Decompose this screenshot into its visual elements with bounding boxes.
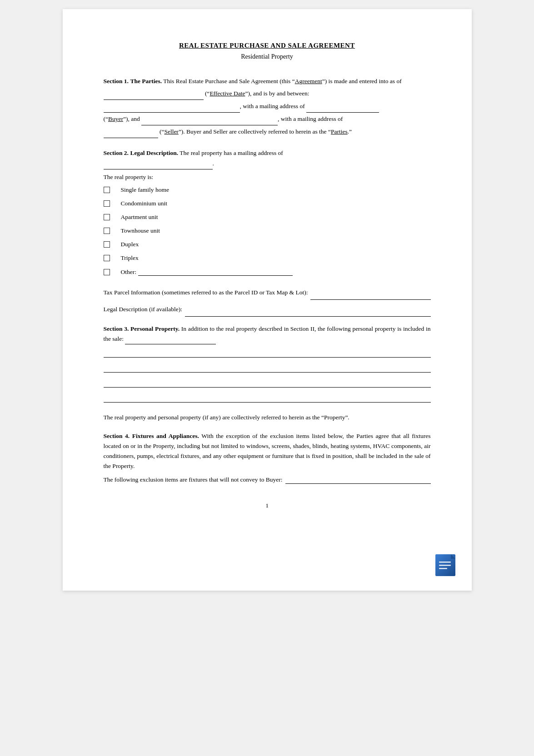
section-3: Section 3. Personal Property. In additio… — [104, 324, 431, 403]
checkbox-triplex[interactable] — [104, 255, 110, 261]
section4-heading-label: Fixtures and Appliances. — [132, 433, 199, 439]
checkbox-apartment[interactable] — [104, 214, 110, 220]
real-property-is-label: The real property is: — [104, 172, 431, 182]
effective-date-fill[interactable] — [104, 87, 204, 100]
section1-heading: Section 1. — [104, 78, 129, 85]
personal-property-line3[interactable] — [104, 379, 431, 388]
legal-description-label: Legal Description (if available): — [104, 303, 183, 316]
exclusion-row: The following exclusion items are fixtur… — [104, 476, 431, 484]
mailing-address-fill2[interactable] — [306, 100, 379, 113]
buyer-mailing-label: , with a mailing address of — [278, 115, 343, 122]
property-address-fill[interactable] — [104, 159, 213, 169]
logo-icon — [434, 553, 458, 577]
section4-heading: Section 4. — [104, 433, 130, 439]
property-type-single-family: Single family home — [104, 186, 431, 194]
section3-heading-label: Personal Property. — [130, 325, 180, 332]
buyer-label: (“Buyer”), and — [104, 115, 140, 122]
property-type-townhouse: Townhouse unit — [104, 227, 431, 234]
property-type-apartment: Apartment unit — [104, 214, 431, 221]
personal-property-fill-inline[interactable] — [125, 334, 216, 344]
label-other: Other: — [121, 269, 137, 276]
label-condo: Condominium unit — [121, 200, 167, 207]
property-type-other: Other: — [104, 268, 431, 276]
section-1: Section 1. The Parties. This Real Estate… — [104, 75, 431, 138]
checkbox-single-family[interactable] — [104, 187, 110, 193]
effective-date-underline: Effective Date — [210, 90, 245, 97]
label-single-family: Single family home — [121, 186, 169, 194]
document-title: REAL ESTATE PURCHASE AND SALE AGREEMENT — [104, 42, 431, 50]
tax-parcel-label: Tax Parcel Information (sometimes referr… — [104, 286, 308, 299]
checkbox-condo[interactable] — [104, 200, 110, 207]
checkbox-townhouse[interactable] — [104, 228, 110, 234]
exclusion-label: The following exclusion items are fixtur… — [104, 476, 283, 483]
svg-rect-4 — [439, 568, 447, 569]
personal-property-line1[interactable] — [104, 349, 431, 358]
seller-mailing-fill[interactable] — [104, 125, 158, 138]
label-apartment: Apartment unit — [121, 214, 158, 221]
property-type-condo: Condominium unit — [104, 200, 431, 207]
seller-label: (“Seller”). Buyer and Seller are collect… — [160, 128, 352, 135]
section2-text1: The real property has a mailing address … — [180, 149, 283, 156]
section3-lines — [104, 349, 431, 403]
checkbox-duplex[interactable] — [104, 241, 110, 248]
label-triplex: Triplex — [121, 254, 139, 262]
property-type-duplex: Duplex — [104, 241, 431, 248]
section-2: Section 2. Legal Description. The real p… — [104, 148, 431, 276]
buyer-fill[interactable] — [141, 113, 278, 125]
checkbox-other[interactable] — [104, 269, 110, 275]
agreement-underline: Agreement — [295, 78, 322, 85]
legal-description-fill[interactable] — [185, 303, 430, 317]
svg-rect-2 — [439, 562, 451, 563]
property-type-list: Single family home Condominium unit Apar… — [104, 186, 431, 276]
section2-block: Section 2. Legal Description. The real p… — [104, 148, 431, 169]
section2-heading-label: Legal Description. — [130, 149, 178, 156]
section3-text: Section 3. Personal Property. In additio… — [104, 324, 431, 345]
section2-heading: Section 2. — [104, 149, 129, 156]
label-duplex: Duplex — [121, 241, 139, 248]
personal-property-line4[interactable] — [104, 394, 431, 403]
document-page: REAL ESTATE PURCHASE AND SALE AGREEMENT … — [63, 9, 472, 591]
period: . — [213, 160, 214, 167]
tax-parcel-row: Tax Parcel Information (sometimes referr… — [104, 286, 431, 300]
label-townhouse: Townhouse unit — [121, 227, 160, 234]
page-number: 1 — [104, 502, 431, 509]
tax-parcel-fill[interactable] — [310, 286, 430, 300]
property-note: The real property and personal property … — [104, 413, 431, 423]
personal-property-line2[interactable] — [104, 364, 431, 373]
document-subtitle: Residential Property — [104, 53, 431, 60]
property-type-triplex: Triplex — [104, 254, 431, 262]
section1-heading-label: The Parties. — [130, 78, 162, 85]
section3-heading: Section 3. — [104, 325, 129, 332]
section4-text: Section 4. Fixtures and Appliances. With… — [104, 431, 431, 472]
tax-parcel-section: Tax Parcel Information (sometimes referr… — [104, 286, 431, 316]
section-4: Section 4. Fixtures and Appliances. With… — [104, 431, 431, 484]
other-fill[interactable] — [138, 268, 293, 276]
section1-block: Section 1. The Parties. This Real Estate… — [104, 75, 431, 138]
mailing-address-fill1[interactable] — [104, 100, 240, 113]
exclusion-fill[interactable] — [285, 476, 431, 484]
svg-rect-3 — [439, 565, 451, 566]
mailing-address-label: , with a mailing address of — [240, 103, 305, 109]
legal-description-row: Legal Description (if available): — [104, 303, 431, 317]
logo-corner — [434, 553, 458, 577]
